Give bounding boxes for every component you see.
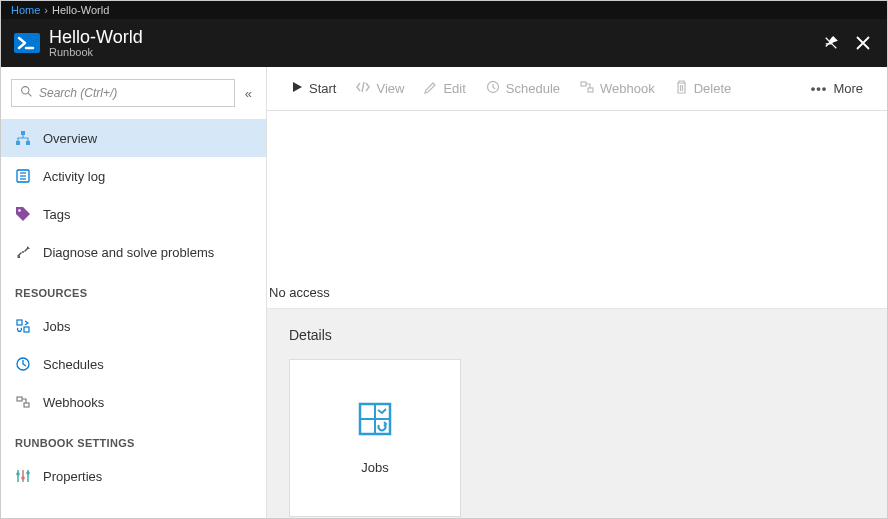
svg-rect-6 xyxy=(26,141,30,145)
webhook-button[interactable]: Webhook xyxy=(570,67,665,110)
chevron-right-icon: › xyxy=(44,4,48,16)
blade-header: Hello-World Runbook xyxy=(1,19,887,67)
svg-point-21 xyxy=(16,472,20,476)
svg-rect-17 xyxy=(24,403,29,407)
delete-button[interactable]: Delete xyxy=(665,67,742,110)
svg-rect-16 xyxy=(17,397,22,401)
webhook-icon xyxy=(15,394,31,410)
svg-point-23 xyxy=(26,471,30,475)
svg-point-11 xyxy=(18,209,21,212)
nav-activity-log[interactable]: Activity log xyxy=(1,157,266,195)
svg-point-22 xyxy=(21,476,25,480)
nav-diagnose[interactable]: Diagnose and solve problems xyxy=(1,233,266,271)
no-access-text: No access xyxy=(267,281,887,308)
section-resources: RESOURCES xyxy=(1,271,266,307)
nav-webhooks[interactable]: Webhooks xyxy=(1,383,266,421)
svg-point-12 xyxy=(22,251,24,253)
more-button[interactable]: ••• More xyxy=(801,67,873,110)
page-subtitle: Runbook xyxy=(49,46,143,58)
svg-rect-26 xyxy=(588,88,593,92)
nav-label: Diagnose and solve problems xyxy=(43,245,214,260)
search-icon xyxy=(20,85,33,101)
breadcrumb: Home › Hello-World xyxy=(1,1,887,19)
more-icon: ••• xyxy=(811,81,828,96)
nav-label: Schedules xyxy=(43,357,104,372)
jobs-tile-label: Jobs xyxy=(361,460,388,475)
svg-rect-0 xyxy=(14,33,40,53)
jobs-tile-icon xyxy=(358,402,392,440)
svg-rect-13 xyxy=(17,320,22,325)
search-placeholder: Search (Ctrl+/) xyxy=(39,86,117,100)
nav-jobs[interactable]: Jobs xyxy=(1,307,266,345)
page-title: Hello-World xyxy=(49,28,143,46)
code-icon xyxy=(356,81,370,96)
search-input[interactable]: Search (Ctrl+/) xyxy=(11,79,235,107)
svg-line-3 xyxy=(28,93,31,96)
properties-icon xyxy=(15,468,31,484)
schedule-button[interactable]: Schedule xyxy=(476,67,570,110)
nav-overview[interactable]: Overview xyxy=(1,119,266,157)
nav-label: Webhooks xyxy=(43,395,104,410)
start-button[interactable]: Start xyxy=(281,67,346,110)
trash-icon xyxy=(675,80,688,97)
svg-rect-4 xyxy=(21,131,25,135)
sidebar: Search (Ctrl+/) « Overview Activity log xyxy=(1,67,267,518)
pin-button[interactable] xyxy=(819,31,843,55)
sidebar-nav[interactable]: Overview Activity log Tags Diagnose and … xyxy=(1,119,266,518)
nav-label: Activity log xyxy=(43,169,105,184)
details-section: Details Jobs xyxy=(267,308,887,518)
nav-label: Properties xyxy=(43,469,102,484)
svg-rect-5 xyxy=(16,141,20,145)
overview-icon xyxy=(15,130,31,146)
section-runbook-settings: RUNBOOK SETTINGS xyxy=(1,421,266,457)
breadcrumb-current: Hello-World xyxy=(52,4,109,16)
diagnose-icon xyxy=(15,244,31,260)
activity-log-icon xyxy=(15,168,31,184)
toolbar: Start View Edit Schedule Webhook Delete xyxy=(267,67,887,111)
svg-rect-14 xyxy=(24,327,29,332)
clock-icon xyxy=(15,356,31,372)
details-title: Details xyxy=(289,327,865,343)
collapse-sidebar-button[interactable]: « xyxy=(241,86,256,101)
edit-button[interactable]: Edit xyxy=(414,67,475,110)
nav-label: Jobs xyxy=(43,319,70,334)
play-icon xyxy=(291,81,303,96)
tag-icon xyxy=(15,206,31,222)
pencil-icon xyxy=(424,81,437,97)
view-button[interactable]: View xyxy=(346,67,414,110)
nav-label: Overview xyxy=(43,131,97,146)
jobs-tile[interactable]: Jobs xyxy=(289,359,461,517)
webhook-icon xyxy=(580,80,594,97)
svg-rect-25 xyxy=(581,82,586,86)
nav-schedules[interactable]: Schedules xyxy=(1,345,266,383)
nav-tags[interactable]: Tags xyxy=(1,195,266,233)
breadcrumb-home[interactable]: Home xyxy=(11,4,40,16)
clock-icon xyxy=(486,80,500,97)
powershell-runbook-icon xyxy=(13,29,41,57)
close-button[interactable] xyxy=(851,31,875,55)
nav-properties[interactable]: Properties xyxy=(1,457,266,495)
main-content: Start View Edit Schedule Webhook Delete xyxy=(267,67,887,518)
nav-label: Tags xyxy=(43,207,70,222)
svg-point-2 xyxy=(22,87,29,94)
jobs-icon xyxy=(15,318,31,334)
